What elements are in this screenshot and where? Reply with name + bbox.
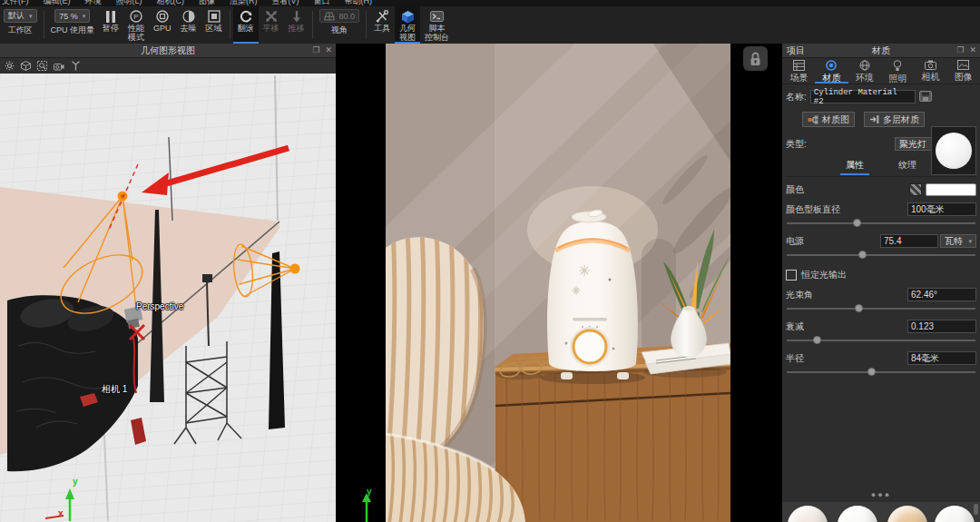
menu-file[interactable]: 文件(F) [2, 0, 29, 6]
project-panel: 项目 材质 ❐ ✕ 场景 材质 环境 照明 [782, 44, 980, 522]
toolbar-separator [366, 11, 367, 39]
constant-output-label: 恒定光输出 [801, 269, 847, 281]
workspace-label: 工作区 [8, 25, 33, 36]
camera-perspective-label: Perspective [136, 301, 183, 311]
menu-view[interactable]: 查看(V) [272, 0, 299, 6]
cpu-usage-select[interactable]: 75 %▾ CPU 使用量 [47, 6, 99, 44]
float-panel-icon[interactable]: ❐ [956, 44, 964, 56]
cpu-usage-label: CPU 使用量 [51, 25, 95, 36]
rendered-image [386, 44, 730, 522]
region-button[interactable]: 区域 [201, 6, 227, 44]
material-panel-title: 材质 [782, 44, 980, 57]
menu-window[interactable]: 窗口 [314, 0, 330, 6]
image-frame-icon [957, 60, 969, 70]
cube-icon[interactable] [21, 58, 31, 74]
power-slider[interactable] [787, 251, 975, 260]
geometry-view-button[interactable]: 几何 视图 [395, 6, 420, 44]
menu-render[interactable]: 渲染(R) [230, 0, 258, 6]
pause-button[interactable]: 暂停 [98, 6, 123, 44]
menu-lighting[interactable]: 照明(L) [116, 0, 142, 6]
menu-image[interactable]: 图像 [199, 0, 215, 6]
multi-layer-material-button[interactable]: 多层材质 [864, 112, 925, 127]
menu-edit[interactable]: 编辑(E) [44, 0, 71, 6]
chevron-down-icon: ▾ [83, 13, 86, 20]
beam-angle-input[interactable]: 62.46° [907, 288, 976, 301]
subtab-textures[interactable]: 纹理 [893, 159, 922, 173]
realtime-render-view[interactable]: y [336, 44, 782, 522]
tab-environment[interactable]: 环境 [848, 58, 881, 84]
region-icon [208, 9, 220, 24]
tab-lighting[interactable]: 照明 [881, 58, 914, 84]
tab-material[interactable]: 材质 [815, 58, 848, 84]
pan-button[interactable]: 平移 [259, 6, 284, 44]
menu-help[interactable]: 帮助(H) [345, 0, 373, 6]
radius-input[interactable]: 84毫米 [907, 351, 976, 365]
camera-icon [925, 60, 936, 70]
texture-checker-icon[interactable] [909, 183, 922, 196]
material-tray-sphere[interactable] [788, 506, 828, 522]
color-swatch[interactable] [926, 183, 976, 196]
subtab-properties[interactable]: 属性 [840, 159, 869, 173]
material-preview-box[interactable] [931, 126, 976, 175]
power-unit-select[interactable]: 瓦特▾ [940, 234, 976, 248]
settings-icon[interactable] [5, 58, 15, 74]
tools-button[interactable]: 工具 [369, 6, 395, 44]
dolly-icon [290, 9, 303, 24]
material-tray-sphere[interactable] [935, 506, 975, 522]
lock-render-button[interactable] [743, 46, 768, 71]
gpu-button[interactable]: GPU [149, 6, 176, 44]
beam-angle-slider[interactable] [787, 304, 975, 313]
scene-icon [793, 60, 805, 71]
color-label: 颜色 [786, 183, 804, 196]
fov-icon [324, 12, 335, 21]
material-name-input[interactable]: Cylinder Material #2 [810, 90, 916, 103]
radius-slider[interactable] [787, 368, 975, 377]
tumble-button[interactable]: 翻滚 [233, 6, 259, 44]
dolly-button[interactable]: 推移 [284, 6, 309, 44]
menu-environment[interactable]: 环境 [85, 0, 102, 6]
tab-camera[interactable]: 相机 [914, 58, 946, 84]
save-material-icon[interactable] [919, 91, 932, 103]
material-tray-sphere[interactable] [887, 506, 927, 522]
camera-body-icon[interactable] [54, 58, 64, 74]
power-input[interactable]: 75.4 [880, 234, 938, 248]
falloff-slider[interactable] [787, 336, 975, 345]
material-name-label: 名称: [786, 91, 807, 103]
denoise-button[interactable]: 去噪 [176, 6, 201, 44]
spotlight-2-origin[interactable] [290, 264, 300, 274]
close-icon[interactable]: ✕ [325, 44, 332, 56]
workspace-select[interactable]: 默认▾ 工作区 [0, 6, 41, 44]
axis-x-label: x [58, 508, 64, 518]
material-preview-sphere [936, 133, 972, 169]
geometry-panel-titlebar: 几何图形视图 ❐ ✕ [0, 44, 336, 58]
axes-icon[interactable] [71, 58, 81, 74]
falloff-input[interactable]: 0.123 [907, 320, 976, 333]
menu-camera[interactable]: 相机(C) [157, 0, 185, 6]
swatch-diameter-input[interactable]: 100毫米 [907, 202, 976, 216]
zoom-select-icon[interactable] [37, 58, 47, 74]
geometry-viewport-canvas[interactable]: Perspective 相机 1 y x [0, 74, 336, 522]
script-console-icon [430, 9, 444, 24]
constant-output-checkbox[interactable] [786, 270, 797, 281]
chevron-down-icon: ▾ [29, 13, 33, 20]
geometry-panel-title: 几何图形视图 [0, 44, 336, 57]
script-console-button[interactable]: 脚本 控制台 [420, 6, 454, 44]
close-icon[interactable]: ✕ [969, 44, 976, 56]
pause-icon [105, 9, 116, 24]
float-panel-icon[interactable]: ❐ [312, 44, 319, 56]
tab-scene[interactable]: 场景 [782, 58, 815, 84]
toolbar-separator [312, 11, 313, 39]
swatch-diameter-slider[interactable] [787, 219, 975, 228]
geometry-view-cube-icon [401, 9, 415, 24]
tray-scrollbar[interactable] [974, 504, 978, 515]
tab-image[interactable]: 图像 [947, 58, 980, 84]
performance-mode-button[interactable]: P 性能 模式 [123, 6, 149, 44]
beam-angle-label: 光束角 [786, 289, 813, 301]
material-tray-sphere[interactable] [838, 506, 877, 522]
fov-control[interactable]: 80.0 视角 [316, 6, 364, 44]
material-graph-button[interactable]: 材质图 [802, 112, 855, 127]
axis-y-label: y [73, 477, 78, 487]
tray-drag-handle-icon[interactable]: ●●● [782, 490, 980, 499]
geometry-view-panel: 几何图形视图 ❐ ✕ [0, 44, 336, 522]
chevron-down-icon: ▾ [968, 238, 972, 245]
